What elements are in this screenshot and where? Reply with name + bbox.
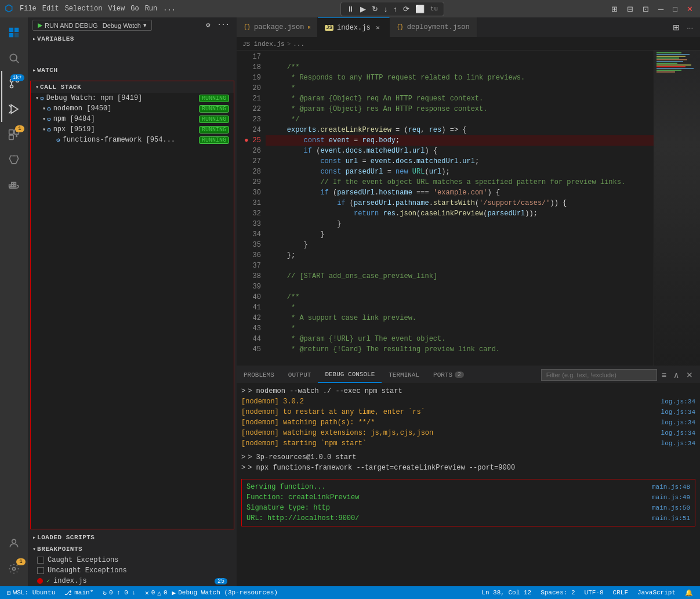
variables-header[interactable]: ▸ VARIABLES bbox=[28, 33, 237, 45]
highlighted-source[interactable]: main.js:51 bbox=[621, 513, 690, 524]
svg-rect-18 bbox=[9, 185, 11, 186]
tab-terminal-label: TERMINAL bbox=[389, 371, 419, 378]
split-editor-btn[interactable]: ⊞ bbox=[670, 21, 682, 33]
menu-file[interactable]: File bbox=[20, 5, 37, 13]
source-control-badge: 1k+ bbox=[10, 74, 24, 81]
tab-index-js[interactable]: JS index.js ✕ bbox=[318, 17, 389, 37]
settings-icon[interactable]: ⚙ bbox=[204, 20, 212, 31]
console-close-btn[interactable]: ✕ bbox=[684, 369, 695, 381]
console-source[interactable]: log.js:34 bbox=[626, 438, 695, 449]
tab-deployment-json[interactable]: {} deployment.json bbox=[390, 17, 477, 37]
breakpoints-header[interactable]: ▾ BREAKPOINTS bbox=[28, 543, 237, 555]
error-icon: ✕ bbox=[145, 589, 149, 597]
status-debug-session[interactable]: ▶ Debug Watch (3p-resources) bbox=[170, 586, 280, 599]
tab-terminal[interactable]: TERMINAL bbox=[382, 366, 426, 383]
activity-settings[interactable]: 1 bbox=[1, 556, 27, 582]
run-debug-button[interactable]: ▶ RUN AND DEBUG Debug Watch ▾ bbox=[32, 20, 152, 31]
activity-search[interactable] bbox=[1, 45, 27, 71]
code-line: // [START add_ons_case_preview_link] bbox=[266, 271, 654, 282]
console-filter-input[interactable] bbox=[541, 369, 657, 381]
editor-content-area: 17 18 19 20 21 22 23 24 ● 25 26 27 28 29… bbox=[237, 50, 700, 586]
call-stack-item[interactable]: ▾ ⚙ nodemon [9450] RUNNING bbox=[31, 103, 234, 114]
panel-btn[interactable]: ⊡ bbox=[640, 3, 651, 15]
debug-icon: ▶ bbox=[172, 589, 176, 597]
status-sync[interactable]: ↻ 0 ↑ 0 ↓ bbox=[100, 586, 138, 599]
status-git[interactable]: ⎇ main* bbox=[62, 586, 96, 599]
code-content[interactable]: /** * Responds to any HTTP request relat… bbox=[266, 50, 654, 366]
debug-continue-btn[interactable]: ▶ bbox=[358, 3, 368, 15]
close-btn[interactable]: ✕ bbox=[684, 3, 695, 15]
uncaught-exceptions-item: Uncaught Exceptions bbox=[28, 565, 237, 576]
menu-selection[interactable]: Selection bbox=[65, 5, 103, 13]
tab-problems[interactable]: PROBLEMS bbox=[237, 366, 281, 383]
status-errors[interactable]: ✕ 0 △ 0 bbox=[143, 586, 169, 599]
console-content: > > nodemon --watch ./ --exec npm start … bbox=[237, 384, 700, 586]
caught-exceptions-checkbox[interactable] bbox=[37, 557, 44, 564]
status-wsl[interactable]: ⊞ WSL: Ubuntu bbox=[5, 586, 57, 599]
code-line: const url = event.docs.matchedUrl.url; bbox=[266, 156, 654, 167]
debug-step-into-btn[interactable]: ↓ bbox=[382, 3, 390, 15]
debug-stop-btn[interactable]: ⬜ bbox=[413, 3, 427, 15]
menu-go[interactable]: Go bbox=[130, 5, 139, 13]
more-actions-btn[interactable]: ··· bbox=[684, 22, 695, 33]
activity-testing[interactable] bbox=[1, 147, 27, 173]
debug-restart-btn[interactable]: ⟳ bbox=[401, 3, 412, 15]
highlighted-source[interactable]: main.js:49 bbox=[621, 492, 690, 503]
layout-btn[interactable]: ⊞ bbox=[609, 3, 620, 15]
debug-step-out-btn[interactable]: ↑ bbox=[391, 3, 400, 15]
minimize-btn[interactable]: ─ bbox=[656, 3, 666, 15]
activity-explorer[interactable] bbox=[1, 20, 27, 45]
code-line: * @return {!Card} The resulting preview … bbox=[266, 344, 654, 355]
console-source[interactable]: log.js:34 bbox=[626, 396, 695, 407]
highlighted-source[interactable]: main.js:48 bbox=[621, 482, 690, 492]
menu-view[interactable]: View bbox=[108, 5, 125, 13]
console-source[interactable]: log.js:34 bbox=[626, 428, 695, 438]
tab-ports[interactable]: PORTS 2 bbox=[426, 366, 471, 383]
tab-close-button[interactable]: ✕ bbox=[374, 24, 382, 32]
status-eol[interactable]: CRLF bbox=[611, 586, 630, 599]
status-position[interactable]: Ln 38, Col 12 bbox=[479, 586, 534, 599]
uncaught-exceptions-checkbox[interactable] bbox=[37, 567, 44, 574]
menu-more[interactable]: ... bbox=[163, 5, 176, 13]
debug-pause-btn[interactable]: ⏸ bbox=[344, 3, 357, 15]
titlebar-left: ⬡ File Edit Selection View Go Run ... bbox=[5, 3, 176, 15]
console-format-btn[interactable]: ≡ bbox=[659, 369, 669, 381]
cs-status-badge: RUNNING bbox=[199, 136, 229, 144]
debug-step-over-btn[interactable]: ↻ bbox=[369, 3, 380, 15]
svg-rect-3 bbox=[14, 33, 19, 37]
console-collapse-btn[interactable]: ∧ bbox=[671, 369, 681, 381]
status-spaces[interactable]: Spaces: 2 bbox=[538, 586, 577, 599]
status-language[interactable]: JavaScript bbox=[635, 586, 678, 599]
more-icon[interactable]: ··· bbox=[215, 20, 232, 31]
activity-bottom: 1 bbox=[1, 531, 27, 586]
console-command3: > > npx functions-framework --target=cre… bbox=[237, 463, 700, 473]
watch-header[interactable]: ▸ WATCH bbox=[28, 64, 237, 76]
call-stack-item[interactable]: ▾ ⚙ npm [9484] RUNNING bbox=[31, 114, 234, 124]
highlighted-source[interactable]: main.js:50 bbox=[621, 503, 690, 513]
tab-package-json[interactable]: {} package.json M bbox=[237, 17, 318, 37]
console-highlighted-line: Function: createLinkPreview main.js:49 bbox=[246, 492, 690, 503]
call-stack-header[interactable]: ▾ CALL STACK bbox=[31, 81, 234, 93]
tab-debug-console[interactable]: DEBUG CONSOLE bbox=[318, 366, 382, 383]
call-stack-item[interactable]: ⚙ functions-framework [954... RUNNING bbox=[31, 135, 234, 145]
call-stack-item[interactable]: ▾ ⚙ npx [9519] RUNNING bbox=[31, 124, 234, 135]
console-source[interactable]: log.js:34 bbox=[626, 407, 695, 417]
activity-docker[interactable] bbox=[1, 173, 27, 199]
loaded-scripts-chevron: ▸ bbox=[32, 534, 36, 541]
editor-area: {} package.json M JS index.js ✕ {} deplo… bbox=[237, 17, 700, 586]
activity-source-control[interactable]: 1k+ bbox=[1, 71, 27, 96]
console-text: [nodemon] 3.0.2 bbox=[241, 396, 626, 407]
split-btn[interactable]: ⊟ bbox=[625, 3, 636, 15]
console-source[interactable]: log.js:34 bbox=[626, 417, 695, 428]
menu-edit[interactable]: Edit bbox=[42, 5, 59, 13]
tab-output[interactable]: OUTPUT bbox=[281, 366, 318, 383]
activity-extensions[interactable]: 1 bbox=[1, 122, 27, 147]
status-notification[interactable]: 🔔 bbox=[683, 586, 695, 599]
activity-account[interactable] bbox=[1, 531, 27, 556]
maximize-btn[interactable]: □ bbox=[670, 3, 680, 15]
activity-run-debug[interactable] bbox=[1, 96, 27, 122]
call-stack-item[interactable]: ▾ ⚙ Debug Watch: npm [9419] RUNNING bbox=[31, 93, 234, 103]
status-encoding[interactable]: UTF-8 bbox=[582, 586, 606, 599]
menu-run[interactable]: Run bbox=[145, 5, 158, 13]
loaded-scripts-header[interactable]: ▸ LOADED SCRIPTS bbox=[28, 532, 237, 543]
